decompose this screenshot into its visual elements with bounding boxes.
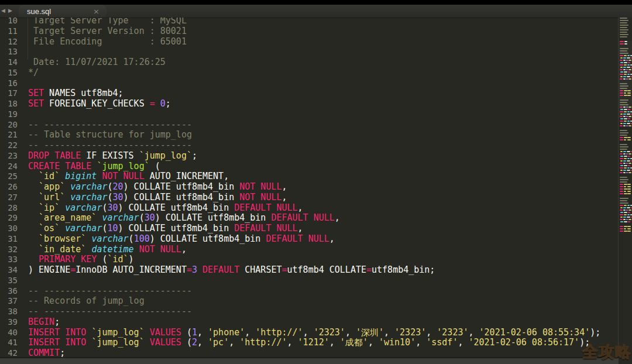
code-line[interactable]: 11 Target Server Version : 80021: [0, 26, 619, 37]
code-line[interactable]: 36-- ----------------------------: [0, 286, 619, 297]
line-content: SET FOREIGN_KEY_CHECKS = 0;: [28, 99, 171, 109]
line-number: 13: [0, 47, 18, 57]
code-line[interactable]: 18SET FOREIGN_KEY_CHECKS = 0;: [0, 99, 619, 109]
line-number: 10: [0, 18, 18, 26]
line-content: `browser` varchar(100) COLLATE utf8mb4_b…: [28, 234, 335, 245]
line-content: */: [28, 68, 39, 78]
line-content: `os` varchar(10) COLLATE utf8mb4_bin DEF…: [28, 224, 303, 234]
code-line[interactable]: 21-- Table structure for jump_log: [0, 130, 619, 140]
window-top-strip: [0, 0, 632, 5]
line-number: 37: [0, 296, 18, 307]
line-content: INSERT INTO `jump_log` VALUES (1, 'phone…: [28, 328, 600, 338]
code-line[interactable]: 13: [0, 47, 619, 57]
code-line[interactable]: 24CREATE TABLE `jump_log` (: [0, 162, 619, 172]
code-line[interactable]: 27 `url` varchar(30) COLLATE utf8mb4_bin…: [0, 193, 619, 203]
line-content: SET NAMES utf8mb4;: [28, 88, 123, 99]
code-line[interactable]: 19: [0, 109, 619, 120]
code-line[interactable]: 34) ENGINE=InnoDB AUTO_INCREMENT=3 DEFAU…: [0, 265, 619, 276]
code-line[interactable]: 28 `ip` varchar(30) COLLATE utf8mb4_bin …: [0, 203, 619, 214]
line-number: 39: [0, 317, 18, 328]
line-content: -- ----------------------------: [28, 140, 192, 151]
code-line[interactable]: 26 `app` varchar(20) COLLATE utf8mb4_bin…: [0, 182, 619, 193]
code-line[interactable]: 20-- ----------------------------: [0, 120, 619, 131]
line-content: Target Server Type : MySQL: [28, 18, 187, 26]
line-content: BEGIN;: [28, 317, 60, 328]
line-number: 25: [0, 171, 18, 182]
line-number: 14: [0, 57, 18, 68]
line-content: `app` varchar(20) COLLATE utf8mb4_bin NO…: [28, 182, 287, 193]
line-number: 17: [0, 88, 18, 99]
code-line[interactable]: 25 `id` bigint NOT NULL AUTO_INCREMENT,: [0, 171, 619, 182]
line-number: 21: [0, 130, 18, 140]
line-content: -- Records of jump_log: [28, 296, 145, 307]
code-line[interactable]: 38-- ----------------------------: [0, 307, 619, 317]
line-content: PRIMARY KEY (`id`): [28, 255, 134, 265]
code-line[interactable]: 33 PRIMARY KEY (`id`): [0, 255, 619, 265]
code-line[interactable]: 23DROP TABLE IF EXISTS `jump_log`;: [0, 151, 619, 162]
code-line[interactable]: 29 `area_name` varchar(30) COLLATE utf8m…: [0, 213, 619, 224]
editor-window: ◀ ▶ sue.sql × 10 Target Server Type : My…: [0, 0, 632, 364]
line-number: 18: [0, 99, 18, 109]
minimap[interactable]: [618, 18, 632, 364]
code-line[interactable]: 35: [0, 276, 619, 286]
line-number: 35: [0, 276, 18, 286]
line-number: 23: [0, 151, 18, 162]
line-content: -- ----------------------------: [28, 120, 192, 131]
line-content: `in_date` datetime NOT NULL,: [28, 245, 187, 255]
close-icon[interactable]: ×: [93, 8, 99, 15]
code-line[interactable]: 31 `browser` varchar(100) COLLATE utf8mb…: [0, 234, 619, 245]
code-line[interactable]: 10 Target Server Type : MySQL: [0, 18, 619, 26]
line-number: 41: [0, 338, 18, 348]
code-line[interactable]: 40INSERT INTO `jump_log` VALUES (1, 'pho…: [0, 328, 619, 338]
code-line[interactable]: 41INSERT INTO `jump_log` VALUES (2, 'pc'…: [0, 338, 619, 348]
line-content: INSERT INTO `jump_log` VALUES (2, 'pc', …: [28, 338, 590, 348]
minimap-viewport[interactable]: [619, 41, 632, 118]
line-content: File Encoding : 65001: [28, 37, 187, 47]
watermark: 全攻略: [582, 341, 631, 362]
line-number: 28: [0, 203, 18, 214]
line-content: `ip` varchar(30) COLLATE utf8mb4_bin DEF…: [28, 203, 303, 214]
tab-label: sue.sql: [19, 7, 93, 16]
horizontal-scrollbar[interactable]: [0, 358, 619, 364]
code-line[interactable]: 32 `in_date` datetime NOT NULL,: [0, 245, 619, 255]
tab-sue-sql[interactable]: sue.sql ×: [19, 5, 107, 18]
line-number: 34: [0, 265, 18, 276]
line-number: 38: [0, 307, 18, 317]
tab-scroll-right-icon[interactable]: ▶: [8, 8, 12, 13]
line-content: `area_name` varchar(30) COLLATE utf8mb4_…: [28, 213, 340, 224]
code-lines: 10 Target Server Type : MySQL11 Target S…: [0, 18, 619, 359]
code-line[interactable]: 14 Date: 11/07/2021 17:26:25: [0, 57, 619, 68]
line-content: -- Table structure for jump_log: [28, 130, 192, 140]
code-line[interactable]: 17SET NAMES utf8mb4;: [0, 88, 619, 99]
line-number: 11: [0, 26, 18, 37]
code-line[interactable]: 12 File Encoding : 65001: [0, 37, 619, 47]
line-content: Date: 11/07/2021 17:26:25: [28, 57, 166, 68]
line-number: 16: [0, 78, 18, 89]
line-number: 33: [0, 255, 18, 265]
code-line[interactable]: 16: [0, 78, 619, 89]
line-number: 24: [0, 162, 18, 172]
code-line[interactable]: 39BEGIN;: [0, 317, 619, 328]
code-editor[interactable]: 10 Target Server Type : MySQL11 Target S…: [0, 18, 619, 364]
line-content: -- ----------------------------: [28, 286, 192, 297]
code-line[interactable]: 15*/: [0, 68, 619, 78]
line-number: 19: [0, 109, 18, 120]
code-line[interactable]: 22-- ----------------------------: [0, 140, 619, 151]
line-number: 12: [0, 37, 18, 47]
line-content: CREATE TABLE `jump_log` (: [28, 162, 160, 172]
line-number: 29: [0, 213, 18, 224]
line-number: 26: [0, 182, 18, 193]
tab-scroll-left-icon[interactable]: ◀: [1, 8, 5, 13]
line-number: 30: [0, 224, 18, 234]
line-content: -- ----------------------------: [28, 307, 192, 317]
line-number: 32: [0, 245, 18, 255]
line-number: 36: [0, 286, 18, 297]
line-content: ) ENGINE=InnoDB AUTO_INCREMENT=3 DEFAULT…: [28, 265, 435, 276]
code-line[interactable]: 30 `os` varchar(10) COLLATE utf8mb4_bin …: [0, 224, 619, 234]
line-content: DROP TABLE IF EXISTS `jump_log`;: [28, 151, 197, 162]
line-number: 40: [0, 328, 18, 338]
code-line[interactable]: 37-- Records of jump_log: [0, 296, 619, 307]
line-number: 27: [0, 193, 18, 203]
line-number: 22: [0, 140, 18, 151]
line-content: `id` bigint NOT NULL AUTO_INCREMENT,: [28, 171, 229, 182]
